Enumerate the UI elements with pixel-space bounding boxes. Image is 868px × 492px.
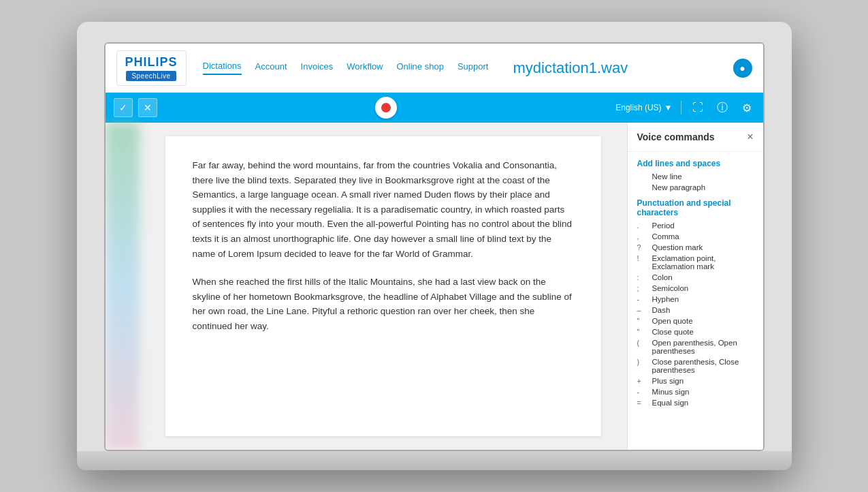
top-nav: PHILIPS SpeechLive Dictations Account In… xyxy=(106,44,763,93)
close-paren-text: Close parenthesis, Close parentheses xyxy=(652,358,754,374)
record-button[interactable] xyxy=(375,97,397,119)
voice-commands-panel: Voice commands × Add lines and spaces Ne… xyxy=(627,123,763,450)
confirm-icon: ✓ xyxy=(119,102,127,113)
help-icon[interactable]: ⓘ xyxy=(714,99,730,116)
colon-text: Colon xyxy=(652,273,673,281)
exclamation-symbol: ! xyxy=(637,254,647,262)
nav-account[interactable]: Account xyxy=(255,61,287,74)
voice-item-plus: + Plus sign xyxy=(637,377,754,385)
user-icon-glyph: ● xyxy=(739,63,745,74)
dash-symbol: – xyxy=(637,306,647,314)
voice-item-open-paren: ( Open parenthesis, Open parentheses xyxy=(637,339,754,355)
nav-invoices[interactable]: Invoices xyxy=(301,61,334,74)
open-paren-symbol: ( xyxy=(637,339,647,347)
voice-item-newline: New line xyxy=(637,172,754,181)
newparagraph-text: New paragraph xyxy=(652,183,706,191)
settings-icon[interactable]: ⚙ xyxy=(739,99,755,116)
voice-item-open-quote: " Open quote xyxy=(637,317,754,325)
nav-online-shop[interactable]: Online shop xyxy=(397,61,444,74)
voice-item-minus: - Minus sign xyxy=(637,388,754,396)
voice-item-close-paren: ) Close parenthesis, Close parentheses xyxy=(637,358,754,374)
period-text: Period xyxy=(652,221,675,230)
close-quote-text: Close quote xyxy=(652,328,694,336)
logo: PHILIPS SpeechLive xyxy=(116,50,187,86)
paragraph-1: Far far away, behind the word mountains,… xyxy=(193,158,574,261)
voice-item-question: ? Question mark xyxy=(637,243,754,251)
semicolon-symbol: ; xyxy=(637,284,647,292)
toolbar-center xyxy=(163,97,611,119)
section-link-add-lines[interactable]: Add lines and spaces xyxy=(637,159,754,168)
language-label: English (US) xyxy=(615,103,661,112)
laptop-base xyxy=(77,451,792,470)
voice-panel-body: Add lines and spaces New line New paragr… xyxy=(628,152,763,450)
decorative-blur xyxy=(106,123,140,450)
toolbar: ✓ ✕ English (US) ▼ ⛶ ⓘ ⚙ xyxy=(106,93,763,123)
file-title: mydictation1.wav xyxy=(513,59,628,77)
text-area-wrapper: Far far away, behind the word mountains,… xyxy=(140,123,627,450)
close-quote-symbol: " xyxy=(637,328,647,336)
comma-symbol: , xyxy=(637,232,647,241)
toolbar-right: English (US) ▼ ⛶ ⓘ ⚙ xyxy=(615,99,754,116)
open-quote-symbol: " xyxy=(637,317,647,325)
voice-item-newparagraph: New paragraph xyxy=(637,183,754,191)
section-title-punctuation: Punctuation and special characters xyxy=(637,198,754,217)
plus-symbol: + xyxy=(637,377,647,385)
dash-text: Dash xyxy=(652,306,671,314)
nav-support[interactable]: Support xyxy=(457,61,489,74)
voice-item-dash: – Dash xyxy=(637,306,754,314)
screen: PHILIPS SpeechLive Dictations Account In… xyxy=(104,42,765,451)
voice-panel-header: Voice commands × xyxy=(628,123,763,152)
question-symbol: ? xyxy=(637,243,647,251)
record-dot xyxy=(381,103,391,112)
open-quote-text: Open quote xyxy=(652,317,693,325)
exclamation-text: Exclamation point, Exclamation mark xyxy=(652,254,754,271)
close-button[interactable]: × xyxy=(747,131,753,143)
voice-item-comma: , Comma xyxy=(637,232,754,241)
voice-panel-title: Voice commands xyxy=(637,132,715,142)
semicolon-text: Semicolon xyxy=(652,284,689,292)
voice-item-period: . Period xyxy=(637,221,754,230)
text-document[interactable]: Far far away, behind the word mountains,… xyxy=(165,136,601,436)
cancel-button[interactable]: ✕ xyxy=(138,98,157,117)
main-area: Far far away, behind the word mountains,… xyxy=(106,123,763,450)
nav-workflow[interactable]: Workflow xyxy=(347,61,383,74)
nav-dictations[interactable]: Dictations xyxy=(203,61,242,75)
toolbar-divider xyxy=(681,101,681,114)
minus-text: Minus sign xyxy=(652,388,690,396)
voice-item-semicolon: ; Semicolon xyxy=(637,284,754,292)
philips-brand: PHILIPS xyxy=(125,55,178,70)
language-selector[interactable]: English (US) ▼ xyxy=(615,103,672,112)
voice-item-equal: = Equal sign xyxy=(637,399,754,407)
speechlive-product: SpeechLive xyxy=(126,71,176,81)
open-paren-text: Open parenthesis, Open parentheses xyxy=(652,339,754,355)
equal-text: Equal sign xyxy=(652,399,689,407)
voice-item-close-quote: " Close quote xyxy=(637,328,754,336)
hyphen-symbol: - xyxy=(637,295,647,303)
close-paren-symbol: ) xyxy=(637,358,647,366)
paragraph-2: When she reached the first hills of the … xyxy=(193,275,574,333)
nav-links: Dictations Account Invoices Workflow Onl… xyxy=(203,59,733,77)
hyphen-text: Hyphen xyxy=(652,295,679,303)
laptop-frame: PHILIPS SpeechLive Dictations Account In… xyxy=(77,22,792,470)
user-icon[interactable]: ● xyxy=(733,59,752,78)
plus-text: Plus sign xyxy=(652,377,684,385)
image-icon[interactable]: ⛶ xyxy=(690,99,706,116)
voice-item-exclamation: ! Exclamation point, Exclamation mark xyxy=(637,254,754,271)
cancel-icon: ✕ xyxy=(144,102,152,113)
question-text: Question mark xyxy=(652,243,703,251)
chevron-down-icon: ▼ xyxy=(664,103,673,112)
period-symbol: . xyxy=(637,221,647,230)
confirm-button[interactable]: ✓ xyxy=(114,98,133,117)
equal-symbol: = xyxy=(637,399,647,407)
voice-item-hyphen: - Hyphen xyxy=(637,295,754,303)
comma-text: Comma xyxy=(652,232,679,241)
minus-symbol: - xyxy=(637,388,647,396)
colon-symbol: : xyxy=(637,273,647,281)
voice-item-colon: : Colon xyxy=(637,273,754,281)
newline-text: New line xyxy=(652,172,682,181)
